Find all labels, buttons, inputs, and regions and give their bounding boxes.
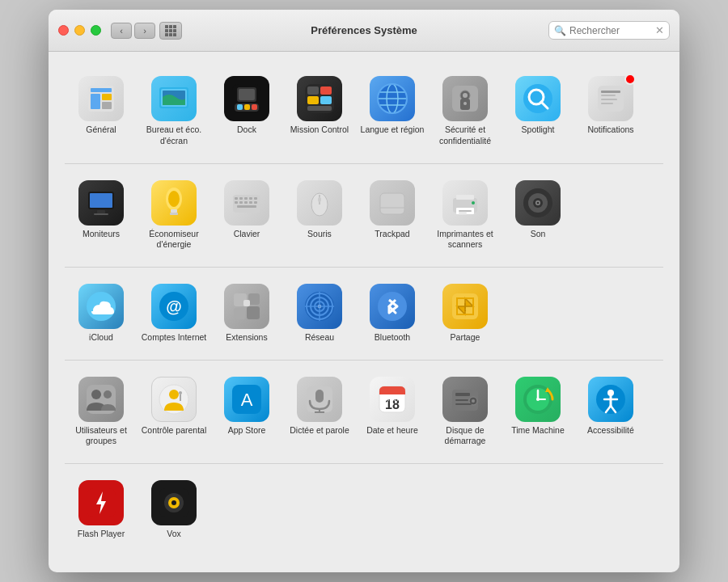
pref-securite[interactable]: Sécurité et confidentialité (429, 70, 502, 153)
titlebar: ‹ › Préférences Système 🔍 ✕ (49, 10, 679, 52)
svg-rect-64 (380, 193, 404, 214)
svg-point-139 (171, 500, 176, 505)
icloud-icon (78, 284, 124, 329)
pref-eco[interactable]: Économiseur d'énergie (138, 174, 210, 257)
pref-icloud[interactable]: iCloud (65, 277, 138, 350)
time-icon (515, 377, 561, 422)
svg-rect-39 (601, 103, 613, 104)
search-box[interactable]: 🔍 ✕ (548, 21, 670, 40)
clear-search-button[interactable]: ✕ (655, 24, 664, 36)
dock-label: Dock (237, 124, 256, 136)
svg-point-103 (179, 391, 182, 394)
eco-label: Économiseur d'énergie (141, 229, 207, 251)
clavier-label: Clavier (234, 229, 260, 240)
mission-icon (297, 76, 342, 121)
pref-bureau[interactable]: Bureau et éco. d'écran (138, 70, 210, 153)
svg-point-76 (537, 201, 540, 204)
bureau-icon (151, 76, 197, 121)
traffic-lights (58, 25, 101, 36)
pref-trackpad[interactable]: Trackpad (356, 174, 429, 257)
imprimantes-label: Imprimantes et scanners (432, 229, 498, 251)
securite-icon (442, 76, 488, 121)
svg-rect-108 (315, 390, 324, 403)
pref-partage[interactable]: ! Partage (429, 277, 502, 350)
pref-dock[interactable]: Dock (210, 70, 283, 153)
maximize-button[interactable] (91, 25, 101, 36)
svg-point-100 (104, 390, 112, 399)
pref-time[interactable]: Time Machine (502, 370, 574, 453)
section2-grid: Moniteurs Économiseur d'énergie (65, 174, 663, 257)
svg-rect-17 (320, 86, 332, 95)
forward-button[interactable]: › (134, 23, 155, 39)
main-window: ‹ › Préférences Système 🔍 ✕ (49, 10, 679, 571)
pref-vox[interactable]: Vox (138, 474, 210, 546)
pref-general[interactable]: Général (65, 70, 138, 153)
grid-view-button[interactable] (159, 22, 182, 40)
window-title: Préférences Système (311, 24, 417, 36)
pref-mission[interactable]: Mission Control (283, 70, 356, 153)
pref-souris[interactable]: Souris (283, 174, 356, 257)
svg-point-99 (91, 390, 101, 399)
general-icon (78, 76, 124, 121)
son-icon (515, 180, 561, 226)
pref-users[interactable]: Utilisateurs et groupes (65, 370, 138, 453)
svg-rect-43 (94, 213, 108, 215)
flash-icon (78, 480, 124, 525)
svg-point-31 (463, 102, 467, 105)
svg-rect-11 (244, 104, 250, 110)
pref-date[interactable]: 18 MAR Date et heure (356, 370, 429, 453)
close-button[interactable] (58, 25, 69, 36)
svg-rect-42 (97, 210, 105, 213)
svg-point-71 (472, 201, 475, 205)
pref-access[interactable]: Accessibilité (574, 370, 647, 453)
mission-label: Mission Control (290, 124, 349, 136)
appstore-icon: A (224, 377, 269, 422)
svg-rect-121 (455, 403, 472, 405)
notification-badge (624, 74, 636, 85)
pref-imprimantes[interactable]: Imprimantes et scanners (429, 174, 502, 257)
pref-appstore[interactable]: A App Store (210, 370, 283, 453)
pref-langue[interactable]: Langue et région (356, 70, 429, 153)
flash-label: Flash Player (78, 529, 125, 540)
controle-label: Contrôle parental (142, 425, 207, 436)
eco-icon (151, 180, 197, 226)
pref-clavier[interactable]: Clavier (210, 174, 283, 257)
svg-point-92 (378, 292, 407, 321)
spotlight-label: Spotlight (522, 124, 555, 136)
svg-rect-69 (459, 210, 472, 212)
pref-comptes[interactable]: @ Comptes Internet (138, 277, 210, 350)
section-other: Flash Player Vox (65, 464, 663, 556)
date-icon: 18 MAR (370, 377, 415, 422)
trackpad-icon (370, 180, 415, 226)
svg-rect-70 (459, 213, 467, 213)
extensions-icon (224, 284, 269, 329)
svg-rect-57 (249, 201, 252, 204)
svg-text:@: @ (166, 297, 182, 315)
section5-grid: Flash Player Vox (65, 474, 663, 546)
pref-notifications[interactable]: Notifications (574, 70, 647, 153)
bluetooth-label: Bluetooth (375, 332, 410, 344)
svg-rect-37 (601, 95, 616, 96)
spotlight-icon (515, 76, 561, 121)
minimize-button[interactable] (74, 25, 85, 36)
pref-disque[interactable]: Disque de démarrage (429, 370, 502, 453)
pref-spotlight[interactable]: Spotlight (502, 70, 574, 153)
pref-controle[interactable]: Contrôle parental (138, 370, 210, 453)
search-input[interactable] (569, 25, 652, 36)
svg-rect-59 (237, 205, 256, 208)
svg-text:!: ! (463, 301, 468, 314)
disque-label: Disque de démarrage (432, 425, 498, 447)
svg-rect-49 (235, 197, 238, 200)
icloud-label: iCloud (89, 332, 113, 344)
pref-dictee[interactable]: Dictée et parole (283, 370, 356, 453)
pref-moniteurs[interactable]: Moniteurs (65, 174, 138, 257)
grid-icon (165, 25, 176, 36)
pref-bluetooth[interactable]: Bluetooth (356, 277, 429, 350)
pref-extensions[interactable]: Extensions (210, 277, 283, 350)
pref-reseau[interactable]: Réseau (283, 277, 356, 350)
partage-label: Partage (451, 332, 480, 344)
svg-rect-84 (243, 300, 250, 306)
back-button[interactable]: ‹ (111, 23, 132, 39)
pref-flash[interactable]: Flash Player (65, 474, 138, 546)
pref-son[interactable]: Son (502, 174, 574, 257)
